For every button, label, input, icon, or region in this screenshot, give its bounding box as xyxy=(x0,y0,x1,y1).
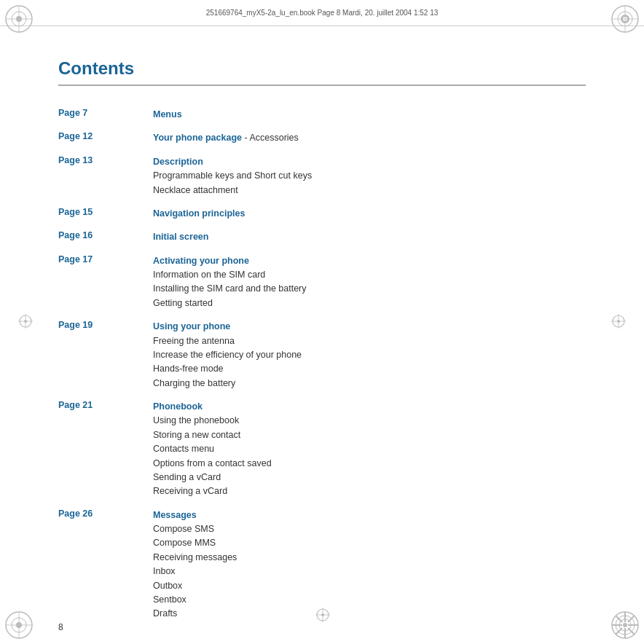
toc-entry-row: Page 21PhonebookUsing the phonebookStori… xyxy=(58,393,586,501)
toc-sub-item: Freeing the antenna xyxy=(153,334,586,348)
toc-sub-item: Options from a contact saved xyxy=(153,457,586,471)
toc-entry-row: Page 7Menus xyxy=(58,101,586,124)
toc-sub-item: Programmable keys and Short cut keys xyxy=(153,169,586,183)
crosshair-mid-left xyxy=(17,313,34,331)
toc-page-label: Page 15 xyxy=(58,200,153,223)
corner-decoration-tr xyxy=(609,3,641,35)
toc-entry-row: Page 12Your phone package - Accessories xyxy=(58,124,586,147)
toc-entry-row: Page 13DescriptionProgrammable keys and … xyxy=(58,148,586,200)
toc-content-cell: Navigation principles xyxy=(153,200,586,223)
toc-main-title: Initial screen xyxy=(153,232,208,242)
corner-decoration-tl xyxy=(3,3,35,35)
toc-main-title: Menus xyxy=(153,109,182,119)
toc-sub-item: Receiving a vCard xyxy=(153,484,586,498)
toc-sub-item: Outbox xyxy=(153,579,586,593)
toc-sub-item: Charging the battery xyxy=(153,377,586,390)
top-bar-text: 251669764_myX5-2a_lu_en.book Page 8 Mard… xyxy=(44,9,600,17)
toc-sub-item: Receiving messages xyxy=(153,551,586,565)
toc-main-title: Using your phone xyxy=(153,321,230,331)
toc-content-cell: Your phone package - Accessories xyxy=(153,124,586,147)
toc-page-label: Page 12 xyxy=(58,124,153,147)
toc-main-suffix: - Accessories xyxy=(242,133,299,143)
toc-page-label: Page 13 xyxy=(58,148,153,200)
toc-page-label: Page 17 xyxy=(58,247,153,313)
toc-page-label: Page 16 xyxy=(58,223,153,246)
toc-sub-item: Information on the SIM card xyxy=(153,268,586,282)
toc-table: Page 7MenusPage 12Your phone package - A… xyxy=(58,101,586,624)
toc-content-cell: Activating your phoneInformation on the … xyxy=(153,247,586,313)
toc-main-title: Description xyxy=(153,157,203,167)
toc-sub-item: Necklace attachment xyxy=(153,184,586,197)
top-bar: 251669764_myX5-2a_lu_en.book Page 8 Mard… xyxy=(0,0,644,26)
page-title: Contents xyxy=(58,58,586,86)
toc-sub-item: Drafts xyxy=(153,607,586,621)
toc-content-cell: MessagesCompose SMSCompose MMSReceiving … xyxy=(153,501,586,624)
toc-sub-item: Getting started xyxy=(153,297,586,310)
toc-page-label: Page 21 xyxy=(58,393,153,501)
toc-main-title: Your phone package xyxy=(153,133,242,143)
page-wrapper: 251669764_myX5-2a_lu_en.book Page 8 Mard… xyxy=(0,0,644,644)
toc-main-title: Phonebook xyxy=(153,401,203,412)
toc-content-cell: PhonebookUsing the phonebookStoring a ne… xyxy=(153,393,586,501)
toc-sub-item: Contacts menu xyxy=(153,442,586,456)
corner-decoration-br xyxy=(609,609,641,641)
toc-sub-item: Storing a new contact xyxy=(153,428,586,442)
svg-point-19 xyxy=(623,623,627,627)
toc-entry-row: Page 15Navigation principles xyxy=(58,200,586,223)
main-content: Contents Page 7MenusPage 12Your phone pa… xyxy=(58,58,586,600)
toc-sub-item: Sending a vCard xyxy=(153,471,586,484)
toc-sub-item: Hands-free mode xyxy=(153,362,586,376)
toc-sub-item: Increase the efficiency of your phone xyxy=(153,348,586,362)
toc-sub-item: Sentbox xyxy=(153,593,586,607)
toc-sub-item: Installing the SIM card and the battery xyxy=(153,282,586,296)
toc-content-cell: DescriptionProgrammable keys and Short c… xyxy=(153,148,586,200)
toc-page-label: Page 19 xyxy=(58,313,153,393)
toc-sub-item: Inbox xyxy=(153,565,586,578)
toc-sub-item: Using the phonebook xyxy=(153,414,586,428)
toc-main-title: Messages xyxy=(153,510,197,520)
toc-entry-row: Page 16Initial screen xyxy=(58,223,586,246)
toc-sub-item: Compose SMS xyxy=(153,522,586,536)
crosshair-mid-right xyxy=(610,313,627,331)
toc-sub-item: Compose MMS xyxy=(153,536,586,550)
toc-entry-row: Page 26MessagesCompose SMSCompose MMSRec… xyxy=(58,501,586,624)
toc-main-title: Navigation principles xyxy=(153,208,245,219)
corner-decoration-bl xyxy=(3,609,35,641)
toc-page-label: Page 7 xyxy=(58,101,153,124)
toc-content-cell: Using your phoneFreeing the antennaIncre… xyxy=(153,313,586,393)
toc-content-cell: Initial screen xyxy=(153,223,586,246)
page-number: 8 xyxy=(58,622,63,632)
toc-main-title: Activating your phone xyxy=(153,256,249,266)
toc-entry-row: Page 17Activating your phoneInformation … xyxy=(58,247,586,313)
toc-entry-row: Page 19Using your phoneFreeing the anten… xyxy=(58,313,586,393)
toc-content-cell: Menus xyxy=(153,101,586,124)
toc-page-label: Page 26 xyxy=(58,501,153,624)
